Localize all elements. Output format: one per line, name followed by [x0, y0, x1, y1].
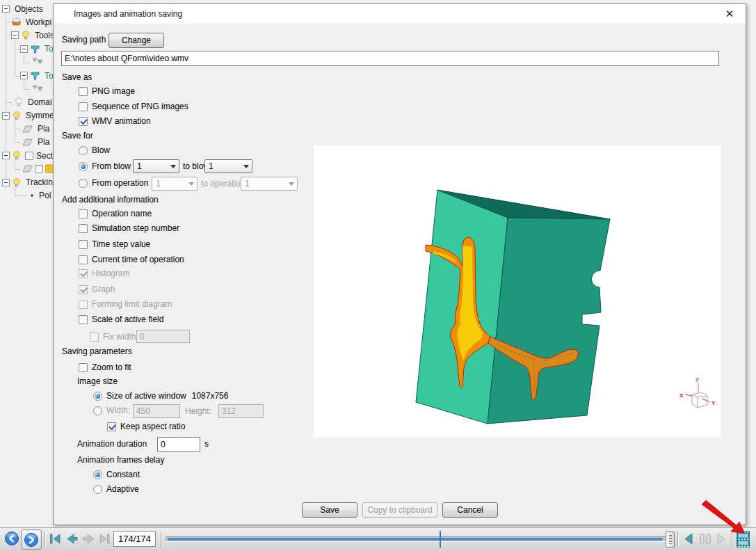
- checkbox-icon[interactable]: [79, 87, 88, 96]
- tree-item-section[interactable]: Sect: [0, 149, 53, 162]
- checkbox-icon[interactable]: [79, 315, 88, 324]
- play-forward-button: [715, 532, 727, 545]
- checkbox-icon[interactable]: [79, 117, 88, 126]
- tree-item-checkbox[interactable]: [25, 152, 33, 160]
- saving-path-label: Saving path: [62, 35, 106, 45]
- collapse-expander-icon[interactable]: [11, 31, 19, 39]
- checkbox-current-time[interactable]: Current time of operation: [79, 253, 184, 266]
- tree-item-tool-2[interactable]: Too: [0, 69, 53, 82]
- play-backward-button[interactable]: [682, 532, 695, 545]
- previous-record-button[interactable]: [65, 534, 79, 544]
- tree-item-label: Sect: [36, 151, 53, 161]
- chevron-down-icon: [241, 165, 252, 168]
- radio-adaptive[interactable]: Adaptive: [93, 483, 139, 495]
- change-path-button[interactable]: Change: [108, 33, 164, 48]
- tree-item-tool-drive[interactable]: [0, 82, 53, 95]
- preview-3d-viewport[interactable]: Z X Y: [314, 145, 721, 438]
- tree-item-objects[interactable]: Objects: [0, 2, 53, 15]
- history-forward-button[interactable]: [21, 529, 42, 550]
- checkbox-icon[interactable]: [79, 224, 88, 233]
- collapse-expander-icon[interactable]: [20, 45, 28, 53]
- objects-tree-panel: Objects Workpi Tools: [0, 0, 53, 527]
- lightbulb-icon: [12, 177, 22, 188]
- timeline-slider[interactable]: [166, 530, 673, 548]
- radio-icon[interactable]: [93, 485, 102, 494]
- tree-item-tool-drive[interactable]: [0, 56, 53, 69]
- radio-icon[interactable]: [79, 162, 88, 171]
- radio-from-blow[interactable]: From blow: [79, 160, 131, 173]
- to-blow-select[interactable]: 1: [204, 159, 252, 173]
- plane-icon: [22, 138, 33, 147]
- fix-width-input: [136, 330, 190, 343]
- width-input: [133, 404, 180, 418]
- die-block-3d-render: Z X Y: [314, 145, 721, 438]
- saving-path-input[interactable]: [61, 51, 719, 66]
- close-icon[interactable]: ✕: [722, 7, 737, 21]
- cancel-button[interactable]: Cancel: [442, 502, 498, 518]
- tree-item-section-plane[interactable]: [0, 162, 53, 175]
- from-blow-select[interactable]: 1: [133, 159, 179, 173]
- radio-size-active-window[interactable]: Size of active window 1087x756: [93, 390, 228, 402]
- frame-counter[interactable]: 174/174: [113, 531, 156, 547]
- tree-item-checkbox[interactable]: [35, 165, 43, 173]
- checkbox-icon[interactable]: [107, 422, 116, 431]
- lightbulb-icon: [21, 30, 31, 40]
- checkbox-icon[interactable]: [79, 209, 88, 218]
- collapse-expander-icon[interactable]: [2, 112, 10, 120]
- tree-item-label: Symme: [26, 111, 53, 120]
- tree-item-label: Tools: [35, 31, 53, 40]
- checkbox-wmv-animation[interactable]: WMV animation: [79, 115, 151, 127]
- tree-item-domain[interactable]: Domai: [0, 95, 53, 109]
- collapse-expander-icon[interactable]: [2, 5, 10, 13]
- radio-constant[interactable]: Constant: [93, 468, 140, 481]
- checkbox-time-step-value[interactable]: Time step value: [79, 238, 150, 250]
- tree-item-symmetry[interactable]: Symme: [0, 109, 53, 122]
- dialog-titlebar[interactable]: Images and animation saving ✕: [54, 4, 746, 24]
- tree-item-point[interactable]: Poi: [0, 189, 53, 202]
- radio-icon[interactable]: [93, 392, 102, 401]
- radio-icon[interactable]: [79, 179, 88, 188]
- checkbox-zoom-to-fit[interactable]: Zoom to fit: [79, 361, 131, 374]
- checkbox-simulation-step[interactable]: Simulation step number: [79, 222, 179, 234]
- radio-blow[interactable]: Blow: [79, 144, 110, 157]
- tree-item-workpiece[interactable]: Workpi: [0, 15, 53, 29]
- checkbox-icon[interactable]: [79, 240, 88, 249]
- animation-duration-input[interactable]: [157, 437, 200, 452]
- collapse-expander-icon[interactable]: [20, 72, 28, 79]
- field-color-icon: [45, 164, 53, 173]
- tree-item-tools[interactable]: Tools: [0, 29, 53, 42]
- checkbox-operation-name[interactable]: Operation name: [79, 207, 152, 220]
- save-button[interactable]: Save: [302, 502, 357, 518]
- checkbox-png-image[interactable]: PNG image: [79, 85, 135, 97]
- radio-icon[interactable]: [79, 146, 88, 155]
- collapse-expander-icon[interactable]: [2, 179, 10, 186]
- checkbox-label: Keep aspect ratio: [120, 422, 185, 431]
- tree-item-label: Workpi: [26, 17, 51, 27]
- toolbar-separator: [161, 532, 162, 547]
- duration-unit-label: s: [204, 437, 209, 451]
- checkbox-scale-active-field[interactable]: Scale of active field: [79, 313, 163, 326]
- tree-item-plane-1[interactable]: Pla: [0, 122, 53, 136]
- radio-custom-size[interactable]: Width:: [93, 404, 130, 417]
- checkbox-icon[interactable]: [79, 255, 88, 264]
- simulation-playback-toolbar: 174/174: [0, 527, 756, 551]
- axis-z-label: Z: [695, 376, 699, 383]
- checkbox-label: Scale of active field: [92, 314, 163, 324]
- radio-label: Adaptive: [106, 484, 139, 494]
- checkbox-icon[interactable]: [79, 102, 88, 111]
- next-record-button: [82, 534, 96, 544]
- tree-item-tracking[interactable]: Trackin: [0, 175, 53, 189]
- save-animation-button[interactable]: [737, 531, 750, 548]
- radio-icon[interactable]: [93, 406, 102, 415]
- checkbox-icon[interactable]: [79, 363, 88, 372]
- tree-item-tool-1[interactable]: Too: [0, 42, 53, 56]
- first-record-button[interactable]: [49, 534, 62, 544]
- history-back-button[interactable]: [4, 531, 19, 546]
- slider-thumb[interactable]: [666, 532, 675, 548]
- tree-item-plane-2[interactable]: Pla: [0, 136, 53, 149]
- radio-icon[interactable]: [93, 470, 102, 479]
- radio-from-operation[interactable]: From operation: [79, 177, 148, 189]
- collapse-expander-icon[interactable]: [2, 152, 10, 159]
- checkbox-keep-aspect-ratio[interactable]: Keep aspect ratio: [107, 420, 185, 433]
- checkbox-sequence-png[interactable]: Sequence of PNG images: [79, 100, 188, 113]
